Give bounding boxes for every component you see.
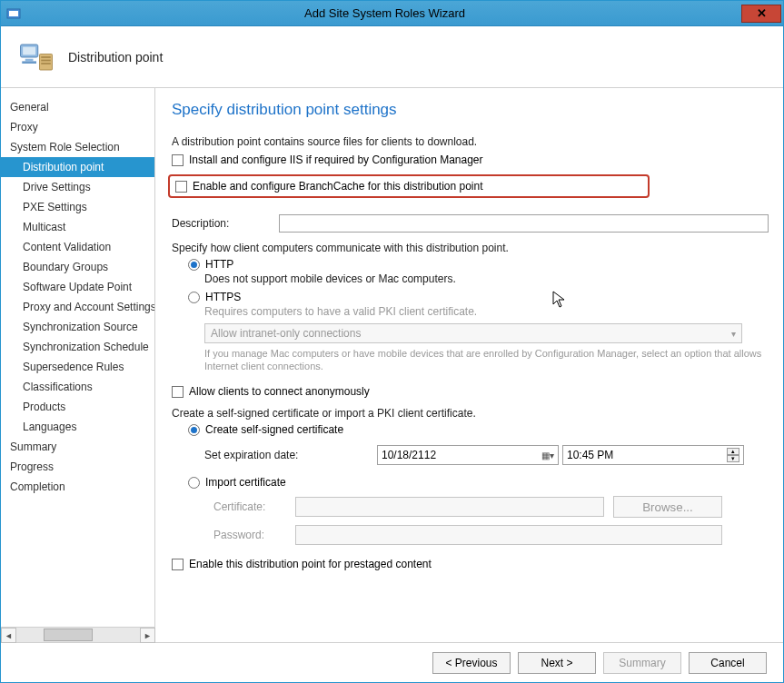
https-subtext: Requires computers to have a valid PKI c… bbox=[204, 305, 769, 318]
browse-button: Browse... bbox=[613, 496, 722, 518]
summary-button: Summary bbox=[603, 652, 681, 674]
sidebar-item-products[interactable]: Products bbox=[1, 397, 154, 417]
time-spinner[interactable]: ▴▾ bbox=[727, 448, 739, 462]
http-radio[interactable] bbox=[188, 259, 200, 271]
scroll-track[interactable] bbox=[16, 628, 140, 642]
scroll-right-button[interactable]: ► bbox=[140, 628, 155, 643]
http-subtext: Does not support mobile devices or Mac c… bbox=[204, 272, 769, 285]
sidebar-item-pxe-settings[interactable]: PXE Settings bbox=[1, 197, 154, 217]
sidebar-item-proxy[interactable]: Proxy bbox=[1, 117, 154, 137]
titlebar[interactable]: Add Site System Roles Wizard ✕ bbox=[1, 1, 783, 26]
svg-rect-3 bbox=[23, 46, 35, 54]
https-label: HTTPS bbox=[205, 291, 241, 303]
cancel-button[interactable]: Cancel bbox=[689, 652, 767, 674]
communication-text: Specify how client computers communicate… bbox=[172, 242, 769, 254]
anonymous-row[interactable]: Allow clients to connect anonymously bbox=[172, 385, 769, 398]
selfsigned-label: Create self-signed certificate bbox=[205, 423, 343, 436]
wizard-footer: < Previous Next > Summary Cancel bbox=[1, 642, 783, 682]
page-title: Specify distribution point settings bbox=[172, 101, 769, 119]
prestaged-row[interactable]: Enable this distribution point for prest… bbox=[172, 558, 769, 570]
sidebar-item-content-validation[interactable]: Content Validation bbox=[1, 237, 154, 257]
scroll-left-button[interactable]: ◄ bbox=[1, 628, 16, 643]
svg-rect-4 bbox=[25, 58, 34, 61]
import-cert-radio[interactable] bbox=[188, 477, 200, 489]
sidebar-item-software-update-point[interactable]: Software Update Point bbox=[1, 277, 154, 297]
svg-rect-7 bbox=[41, 56, 51, 58]
prestaged-checkbox[interactable] bbox=[172, 559, 184, 570]
sidebar-item-synchronization-source[interactable]: Synchronization Source bbox=[1, 317, 154, 337]
description-input[interactable] bbox=[279, 214, 769, 233]
svg-rect-9 bbox=[41, 63, 51, 64]
import-cert-label: Import certificate bbox=[205, 476, 286, 489]
chevron-down-icon: ▾ bbox=[731, 329, 736, 339]
header-label: Distribution point bbox=[68, 50, 163, 64]
next-button[interactable]: Next > bbox=[518, 652, 596, 674]
sidebar-horizontal-scrollbar[interactable]: ◄ ► bbox=[1, 627, 155, 642]
expiration-time-value: 10:45 PM bbox=[567, 449, 613, 461]
import-cert-radio-row[interactable]: Import certificate bbox=[188, 476, 769, 489]
certificate-password-input bbox=[295, 525, 722, 545]
sidebar-item-system-role-selection[interactable]: System Role Selection bbox=[1, 137, 154, 157]
description-label: Description: bbox=[172, 217, 279, 230]
branchcache-checkbox[interactable] bbox=[175, 181, 187, 193]
certificate-path-input bbox=[295, 497, 604, 517]
svg-rect-5 bbox=[22, 61, 36, 64]
branchcache-label: Enable and configure BranchCache for thi… bbox=[193, 180, 483, 193]
certificate-path-row: Certificate: Browse... bbox=[213, 496, 769, 518]
main-panel: Specify distribution point settings A di… bbox=[155, 88, 783, 642]
sidebar-item-drive-settings[interactable]: Drive Settings bbox=[1, 177, 154, 197]
scroll-thumb[interactable] bbox=[44, 629, 93, 641]
expiration-label: Set expiration date: bbox=[204, 449, 377, 461]
connection-hint: If you manage Mac computers or have mobi… bbox=[204, 347, 769, 372]
sidebar-item-languages[interactable]: Languages bbox=[1, 417, 154, 437]
expiration-row: Set expiration date: 10/18/2112 ▦▾ 10:45… bbox=[204, 445, 769, 465]
connection-select: Allow intranet-only connections ▾ bbox=[204, 323, 742, 343]
install-iis-row[interactable]: Install and configure IIS if required by… bbox=[172, 153, 769, 166]
certificate-text: Create a self-signed certificate or impo… bbox=[172, 407, 769, 420]
http-radio-row[interactable]: HTTP bbox=[188, 258, 769, 271]
anonymous-checkbox[interactable] bbox=[172, 386, 184, 398]
certificate-password-label: Password: bbox=[213, 529, 295, 541]
certificate-path-label: Certificate: bbox=[213, 500, 295, 513]
prestaged-label: Enable this distribution point for prest… bbox=[189, 558, 432, 570]
expiration-date-input[interactable]: 10/18/2112 ▦▾ bbox=[377, 445, 559, 465]
selfsigned-radio-row[interactable]: Create self-signed certificate bbox=[188, 423, 769, 436]
close-button[interactable]: ✕ bbox=[741, 5, 781, 23]
close-icon: ✕ bbox=[757, 6, 767, 20]
sidebar-item-completion[interactable]: Completion bbox=[1, 477, 154, 497]
anonymous-label: Allow clients to connect anonymously bbox=[189, 385, 370, 398]
sidebar-item-boundary-groups[interactable]: Boundary Groups bbox=[1, 257, 154, 277]
sidebar-item-progress[interactable]: Progress bbox=[1, 457, 154, 477]
previous-button[interactable]: < Previous bbox=[432, 652, 511, 674]
install-iis-checkbox[interactable] bbox=[172, 154, 184, 166]
wizard-header: Distribution point bbox=[1, 26, 783, 88]
sidebar-item-general[interactable]: General bbox=[1, 97, 154, 117]
selfsigned-radio[interactable] bbox=[188, 424, 200, 436]
app-icon bbox=[6, 6, 21, 21]
distribution-point-icon bbox=[17, 38, 55, 76]
sidebar-item-proxy-and-account-settings[interactable]: Proxy and Account Settings bbox=[1, 297, 154, 317]
intro-text: A distribution point contains source fil… bbox=[172, 135, 769, 148]
sidebar-item-supersedence-rules[interactable]: Supersedence Rules bbox=[1, 357, 154, 377]
https-radio-row[interactable]: HTTPS bbox=[188, 291, 769, 303]
sidebar: GeneralProxySystem Role SelectionDistrib… bbox=[1, 88, 155, 627]
http-label: HTTP bbox=[205, 258, 233, 271]
https-radio[interactable] bbox=[188, 292, 200, 303]
sidebar-item-multicast[interactable]: Multicast bbox=[1, 217, 154, 237]
branchcache-highlight: Enable and configure BranchCache for thi… bbox=[168, 174, 650, 198]
description-row: Description: bbox=[172, 214, 769, 233]
certificate-password-row: Password: bbox=[213, 525, 769, 545]
connection-selected-value: Allow intranet-only connections bbox=[211, 327, 361, 340]
sidebar-item-summary[interactable]: Summary bbox=[1, 437, 154, 457]
expiration-time-input[interactable]: 10:45 PM ▴▾ bbox=[562, 445, 744, 465]
svg-rect-8 bbox=[41, 59, 51, 61]
svg-rect-1 bbox=[9, 11, 18, 16]
sidebar-item-distribution-point[interactable]: Distribution point bbox=[1, 157, 154, 177]
install-iis-label: Install and configure IIS if required by… bbox=[189, 153, 483, 166]
sidebar-item-classifications[interactable]: Classifications bbox=[1, 377, 154, 397]
window-title: Add Site System Roles Wizard bbox=[28, 6, 741, 20]
expiration-date-value: 10/18/2112 bbox=[382, 449, 436, 461]
sidebar-item-synchronization-schedule[interactable]: Synchronization Schedule bbox=[1, 337, 154, 357]
calendar-dropdown-icon[interactable]: ▦▾ bbox=[541, 450, 554, 460]
